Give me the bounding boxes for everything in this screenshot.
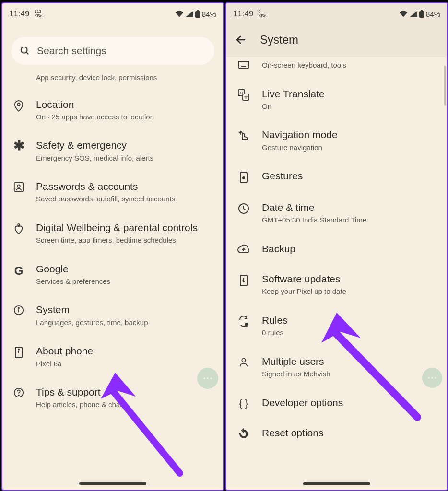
row-title: Google: [36, 262, 214, 275]
row-sub: On-screen keyboard, tools: [262, 60, 438, 70]
svg-point-10: [18, 308, 19, 309]
status-icons: 84%: [399, 10, 440, 18]
status-icons: 84%: [175, 10, 216, 18]
row-system[interactable]: System Languages, gestures, time, backup: [11, 294, 214, 336]
row-sub: GMT+05:30 India Standard Time: [262, 215, 438, 225]
cloud-icon: [237, 244, 250, 254]
braces-icon: { }: [239, 398, 248, 409]
network-speed: 0 KB/s: [259, 10, 268, 18]
row-sub: Saved passwords, autofill, synced accoun…: [36, 194, 214, 204]
row-title: Gestures: [262, 169, 438, 182]
svg-rect-17: [421, 10, 423, 11]
rules-icon: [238, 316, 249, 327]
row-title: System: [36, 303, 214, 316]
row-location[interactable]: Location On · 25 apps have access to loc…: [11, 89, 214, 130]
users-icon: [238, 357, 249, 367]
wifi-icon: [175, 11, 184, 17]
row-about[interactable]: About phone Pixel 6a: [11, 336, 214, 377]
phone-left-settings: 11:49 113 KB/s 84% Search settings App s…: [1, 2, 224, 491]
person-box-icon: [13, 182, 24, 192]
row-sub: Services & preferences: [36, 277, 214, 286]
search-icon: [20, 46, 30, 56]
svg-rect-19: [238, 61, 249, 68]
nav-handle[interactable]: [303, 482, 370, 485]
wifi-icon: [399, 11, 408, 17]
battery-icon: [195, 10, 200, 18]
row-security-partial[interactable]: App security, device lock, permissions: [11, 71, 214, 89]
row-title: Digital Wellbeing & parental controls: [36, 221, 214, 234]
row-sub: Emergency SOS, medical info, alerts: [36, 153, 214, 163]
row-navigation-mode[interactable]: Navigation mode Gesture navigation: [235, 119, 438, 161]
battery-icon: [419, 10, 424, 18]
help-icon: [13, 387, 24, 398]
assistive-dots-button[interactable]: [197, 368, 218, 389]
swipe-icon: [238, 130, 249, 141]
row-sub: Languages, gestures, time, backup: [36, 318, 214, 327]
row-gestures[interactable]: Gestures: [235, 161, 438, 192]
row-title: Tips & support: [36, 386, 214, 398]
row-live-translate[interactable]: G文 Live Translate On: [235, 79, 438, 120]
row-title: Multiple users: [262, 355, 438, 368]
keyboard-icon: [238, 61, 249, 70]
svg-text:文: 文: [244, 95, 248, 100]
page-title: System: [260, 33, 298, 47]
scrollbar[interactable]: [444, 66, 446, 106]
row-sub: 0 rules: [262, 328, 438, 338]
clock: 11:49: [233, 10, 254, 18]
row-sub: Help articles, phone & chat: [36, 400, 214, 409]
back-icon[interactable]: [235, 34, 247, 46]
row-title: Live Translate: [262, 87, 438, 100]
signal-icon: [410, 11, 417, 17]
row-tips[interactable]: Tips & support Help articles, phone & ch…: [11, 377, 214, 418]
system-list: On-screen keyboard, tools G文 Live Transl…: [226, 57, 447, 448]
battery-text: 84%: [202, 10, 216, 18]
row-date-time[interactable]: Date & time GMT+05:30 India Standard Tim…: [235, 192, 438, 234]
page-header: System: [226, 23, 447, 57]
row-sub: Signed in as Mehvish: [262, 369, 438, 379]
row-title: Location: [36, 98, 214, 111]
row-title: About phone: [36, 344, 214, 357]
row-multiple-users[interactable]: Multiple users Signed in as Mehvish: [235, 346, 438, 387]
svg-line-3: [26, 52, 29, 55]
row-sub: On: [262, 102, 438, 111]
row-keyboard-partial[interactable]: On-screen keyboard, tools: [235, 57, 438, 79]
row-title: Rules: [262, 314, 438, 327]
phone-info-icon: [14, 346, 23, 359]
row-title: Software updates: [262, 272, 438, 285]
svg-point-7: [18, 224, 20, 226]
clock-icon: [238, 203, 249, 214]
row-safety[interactable]: ✱ Safety & emergency Emergency SOS, medi…: [11, 130, 214, 171]
network-speed: 113 KB/s: [35, 10, 44, 18]
svg-point-30: [243, 177, 245, 179]
row-google[interactable]: G Google Services & preferences: [11, 254, 214, 295]
reset-icon: [238, 428, 249, 440]
battery-text: 84%: [426, 10, 440, 18]
update-icon: [239, 274, 248, 287]
row-backup[interactable]: Backup: [235, 234, 438, 264]
row-sub: Keep your Pixel up to date: [262, 287, 438, 296]
svg-rect-16: [419, 11, 424, 18]
row-reset-options[interactable]: Reset options: [235, 418, 438, 448]
svg-point-15: [18, 395, 19, 396]
location-icon: [13, 100, 24, 112]
row-title: Developer options: [262, 396, 438, 409]
phone-right-system: 11:49 0 KB/s 84% System On-screen keyboa…: [225, 2, 448, 491]
signal-icon: [186, 11, 193, 17]
row-title: Passwords & accounts: [36, 180, 214, 193]
row-rules[interactable]: Rules 0 rules: [235, 305, 438, 346]
row-passwords[interactable]: Passwords & accounts Saved passwords, au…: [11, 171, 214, 212]
row-title: Backup: [262, 242, 438, 255]
row-developer-options[interactable]: { } Developer options: [235, 387, 438, 418]
search-input[interactable]: Search settings: [11, 37, 214, 65]
svg-point-13: [18, 349, 19, 350]
settings-list: App security, device lock, permissions L…: [2, 71, 223, 418]
row-wellbeing[interactable]: Digital Wellbeing & parental controls Sc…: [11, 212, 214, 254]
svg-point-4: [17, 103, 20, 106]
translate-icon: G文: [238, 89, 249, 101]
assistive-dots-button[interactable]: [422, 368, 442, 388]
row-software-updates[interactable]: Software updates Keep your Pixel up to d…: [235, 264, 438, 305]
row-sub: On · 25 apps have access to location: [36, 112, 214, 122]
row-title: Date & time: [262, 201, 438, 214]
nav-handle[interactable]: [79, 482, 146, 485]
status-bar: 11:49 0 KB/s 84%: [226, 3, 447, 23]
